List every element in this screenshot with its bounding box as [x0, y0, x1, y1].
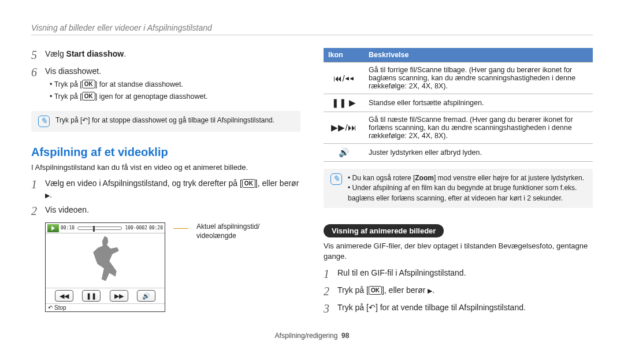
volume-button[interactable]: 🔊 [137, 290, 155, 302]
counter: 100-0002 [125, 225, 147, 231]
track [77, 226, 122, 230]
volume-icon: 🔊 [324, 144, 364, 162]
step-post: . [124, 49, 126, 58]
pause-play-icon: ❚❚ ▶ [324, 94, 364, 112]
note-box: ✎ Tryk på [↶] for at stoppe diasshowet o… [31, 111, 300, 132]
annotation: Aktuel afspilningstid/ videolængde [196, 222, 259, 240]
thumb-icon [47, 224, 59, 232]
play-icon: ▶ [45, 192, 50, 199]
table-row: ▶▶/⏭ Gå til næste fil/Scanne fremad. (Hv… [324, 112, 593, 144]
note-line: • Under afspilning af en film kan du beg… [348, 183, 586, 203]
ok-icon: OK [242, 179, 255, 188]
player-canvas [46, 233, 165, 288]
back-icon: ↶ [369, 303, 376, 312]
table-row: ⏮/◀◀ Gå til forrige fil/Scanne tilbage. … [324, 62, 593, 94]
note-line: • Du kan også rotere [Zoom] mod venstre … [348, 173, 586, 183]
step-text: Tryk på [↶] for at vende tilbage til Afs… [337, 302, 593, 313]
annotation-line [173, 228, 188, 229]
cell-text: Gå til forrige fil/Scanne tilbage. (Hver… [364, 62, 593, 94]
section-desc: I Afspilningstilstand kan du få vist en … [31, 162, 300, 173]
page-header: Visning af billeder eller videoer i Afsp… [31, 23, 593, 35]
step-text: Vis diasshowet. [45, 66, 101, 76]
gif-step-1: 1 Rul til en GIF-fil i Afspilningstilsta… [324, 267, 593, 281]
play-icon: ▶ [428, 287, 432, 294]
note-text: Tryk på [↶] for at stoppe diasshowet og … [55, 116, 274, 127]
player-stopbar: ↶ Stop [46, 303, 165, 311]
subsection-desc: Vis animerede GIF-filer, der blev optage… [324, 241, 593, 262]
sub-bullets: Tryk på [OK] for at standse diasshowet. … [45, 79, 300, 102]
step-6: 6 Vis diasshowet. Tryk på [OK] for at st… [31, 65, 300, 104]
note-icon: ✎ [330, 173, 342, 185]
bullet: Tryk på [OK] for at standse diasshowet. [50, 79, 300, 90]
icon-table: Ikon Beskrivelse ⏮/◀◀ Gå til forrige fil… [324, 48, 593, 162]
page-footer: Afspilning/redigering 98 [31, 332, 593, 340]
table-row: 🔊 Juster lydstyrken eller afbryd lyden. [324, 144, 593, 162]
ok-icon: OK [82, 92, 95, 101]
table-row: ❚❚ ▶ Standse eller fortsætte afspilninge… [324, 94, 593, 112]
step-text: Rul til en GIF-fil i Afspilningstilstand… [337, 267, 593, 278]
back-icon: ↶ [82, 116, 88, 124]
th-desc: Beskrivelse [364, 48, 593, 62]
footer-text: Afspilning/redigering [275, 332, 338, 340]
time-right: 00:20 [149, 225, 163, 231]
step-number: 6 [31, 65, 45, 79]
back-icon: ↶ [48, 304, 53, 311]
ok-icon: OK [369, 286, 382, 295]
note-list: • Du kan også rotere [Zoom] mod venstre … [348, 173, 586, 203]
note-box: ✎ • Du kan også rotere [Zoom] mod venstr… [324, 169, 593, 208]
left-column: 5 Vælg Start diasshow. 6 Vis diasshowet.… [31, 48, 300, 319]
step-number: 5 [31, 48, 45, 62]
subsection-pill: Visning af animerede billeder [324, 224, 444, 237]
step-number: 1 [324, 267, 337, 281]
ok-icon: OK [82, 80, 95, 88]
cell-text: Standse eller fortsætte afspilningen. [364, 94, 593, 112]
cell-text: Juster lydstyrken eller afbryd lyden. [364, 144, 593, 162]
time-left: 00:10 [61, 225, 75, 231]
step-text: Vis videoen. [45, 204, 300, 216]
step-1: 1 Vælg en video i Afspilningstilstand, o… [31, 177, 300, 201]
forward-button[interactable]: ▶▶ [110, 290, 128, 302]
step-text: Vælg en video i Afspilningstilstand, og … [45, 177, 300, 201]
page-number: 98 [341, 332, 349, 340]
dancer-silhouette [90, 236, 120, 281]
bullet: Tryk på [OK] igen for at genoptage diass… [50, 91, 300, 102]
gif-step-2: 2 Tryk på [OK], eller berør ▶. [324, 284, 593, 298]
th-icon: Ikon [324, 48, 364, 62]
gif-step-3: 3 Tryk på [↶] for at vende tilbage til A… [324, 302, 593, 315]
pause-button[interactable]: ❚❚ [82, 290, 101, 302]
step-number: 2 [31, 204, 45, 218]
step-bold: Start diasshow [66, 49, 124, 58]
step-2: 2 Vis videoen. [31, 204, 300, 218]
step-text: Tryk på [OK], eller berør ▶. [337, 284, 593, 296]
rewind-button[interactable]: ◀◀ [55, 290, 73, 302]
next-scan-icon: ▶▶/⏭ [324, 112, 364, 144]
note-icon: ✎ [38, 116, 50, 127]
step-pre: Vælg [45, 49, 66, 58]
video-player: 00:10 100-0002 00:20 ◀◀ ❚❚ ▶▶ 🔊 ↶ Stop [45, 222, 165, 312]
right-column: Ikon Beskrivelse ⏮/◀◀ Gå til forrige fil… [324, 48, 593, 319]
cell-text: Gå til næste fil/Scanne fremad. (Hver ga… [364, 112, 593, 144]
section-heading: Afspilning af et videoklip [31, 146, 300, 159]
stop-label: Stop [54, 304, 66, 311]
step-5: 5 Vælg Start diasshow. [31, 48, 300, 62]
step-number: 2 [324, 284, 337, 298]
player-topbar: 00:10 100-0002 00:20 [46, 223, 165, 233]
step-number: 1 [31, 177, 45, 191]
figure: 00:10 100-0002 00:20 ◀◀ ❚❚ ▶▶ 🔊 ↶ Stop [31, 222, 300, 312]
step-number: 3 [324, 302, 337, 315]
player-controls: ◀◀ ❚❚ ▶▶ 🔊 [46, 288, 165, 303]
prev-scan-icon: ⏮/◀◀ [324, 62, 364, 94]
